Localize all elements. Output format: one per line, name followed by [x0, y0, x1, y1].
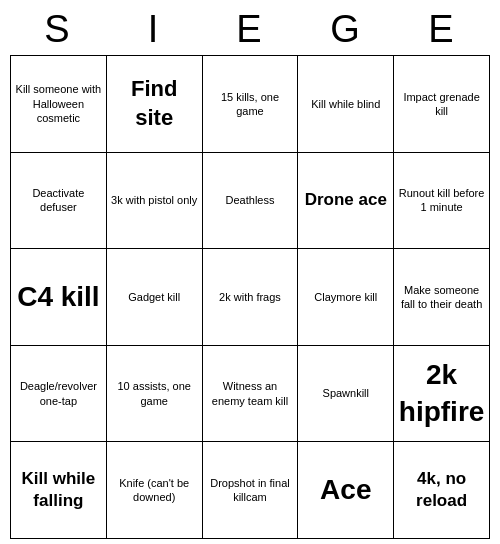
bingo-cell-6: 3k with pistol only [107, 153, 203, 250]
title-letter-e1: E [205, 8, 295, 51]
bingo-cell-16: 10 assists, one game [107, 346, 203, 443]
bingo-cell-7: Deathless [203, 153, 299, 250]
bingo-cell-14: Make someone fall to their death [394, 249, 490, 346]
bingo-cell-19: 2k hipfire [394, 346, 490, 443]
bingo-cell-23: Ace [298, 442, 394, 539]
bingo-cell-9: Runout kill before 1 minute [394, 153, 490, 250]
bingo-cell-12: 2k with frags [203, 249, 299, 346]
bingo-cell-1: Find site [107, 56, 203, 153]
bingo-cell-4: Impact grenade kill [394, 56, 490, 153]
bingo-cell-18: Spawnkill [298, 346, 394, 443]
title-letter-g: G [301, 8, 391, 51]
bingo-title: S I E G E [10, 8, 490, 51]
bingo-cell-0: Kill someone with Halloween cosmetic [11, 56, 107, 153]
bingo-cell-11: Gadget kill [107, 249, 203, 346]
bingo-cell-24: 4k, no reload [394, 442, 490, 539]
bingo-grid: Kill someone with Halloween cosmeticFind… [10, 55, 490, 539]
bingo-cell-13: Claymore kill [298, 249, 394, 346]
bingo-cell-10: C4 kill [11, 249, 107, 346]
title-letter-e2: E [397, 8, 487, 51]
bingo-cell-20: Kill while falling [11, 442, 107, 539]
bingo-cell-3: Kill while blind [298, 56, 394, 153]
bingo-cell-15: Deagle/revolver one-tap [11, 346, 107, 443]
bingo-cell-21: Knife (can't be downed) [107, 442, 203, 539]
title-letter-s: S [13, 8, 103, 51]
bingo-cell-8: Drone ace [298, 153, 394, 250]
title-letter-i: I [109, 8, 199, 51]
bingo-cell-5: Deactivate defuser [11, 153, 107, 250]
bingo-card: S I E G E Kill someone with Halloween co… [10, 8, 490, 539]
bingo-cell-17: Witness an enemy team kill [203, 346, 299, 443]
bingo-cell-22: Dropshot in final killcam [203, 442, 299, 539]
bingo-cell-2: 15 kills, one game [203, 56, 299, 153]
